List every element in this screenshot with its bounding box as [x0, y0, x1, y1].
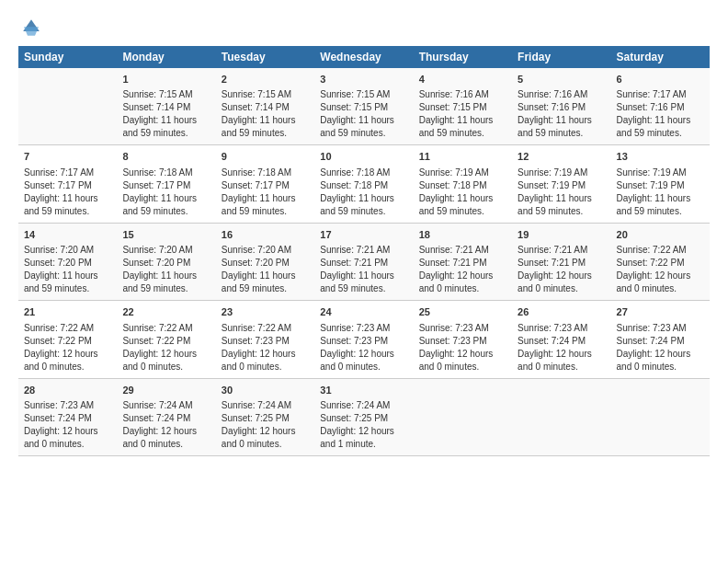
sunrise-text: Sunrise: 7:23 AM — [617, 323, 687, 333]
daylight-text: Daylight: 12 hours and 0 minutes. — [122, 426, 197, 449]
sunset-text: Sunset: 7:25 PM — [320, 413, 388, 423]
sunrise-text: Sunrise: 7:23 AM — [320, 323, 390, 333]
daylight-text: Daylight: 11 hours and 59 minutes. — [419, 115, 494, 138]
sunrise-text: Sunrise: 7:17 AM — [24, 167, 94, 178]
sunset-text: Sunset: 7:18 PM — [419, 180, 487, 190]
daylight-text: Daylight: 12 hours and 1 minute. — [320, 426, 394, 449]
daylight-text: Daylight: 11 hours and 59 minutes. — [122, 270, 197, 293]
day-number: 18 — [419, 228, 506, 242]
sunrise-text: Sunrise: 7:19 AM — [419, 167, 489, 178]
sunset-text: Sunset: 7:15 PM — [419, 102, 487, 112]
col-header-friday: Friday — [512, 46, 610, 68]
col-header-tuesday: Tuesday — [216, 46, 314, 68]
daylight-text: Daylight: 11 hours and 59 minutes. — [518, 115, 592, 138]
sunrise-text: Sunrise: 7:20 AM — [222, 245, 291, 255]
sunset-text: Sunset: 7:24 PM — [122, 413, 190, 423]
sunset-text: Sunset: 7:15 PM — [320, 102, 388, 112]
day-number: 13 — [617, 150, 704, 164]
sunrise-text: Sunrise: 7:19 AM — [617, 167, 687, 178]
sunrise-text: Sunrise: 7:22 AM — [617, 245, 687, 255]
day-number: 17 — [320, 228, 407, 242]
day-number: 31 — [320, 384, 407, 397]
day-cell: 11Sunrise: 7:19 AMSunset: 7:18 PMDayligh… — [414, 145, 512, 223]
daylight-text: Daylight: 11 hours and 59 minutes. — [320, 270, 394, 293]
day-number: 22 — [122, 305, 210, 319]
day-cell: 18Sunrise: 7:21 AMSunset: 7:21 PMDayligh… — [414, 223, 512, 300]
daylight-text: Daylight: 11 hours and 59 minutes. — [320, 115, 394, 138]
sunrise-text: Sunrise: 7:23 AM — [419, 323, 489, 333]
day-number: 26 — [518, 305, 605, 319]
daylight-text: Daylight: 12 hours and 0 minutes. — [518, 349, 592, 372]
day-cell: 14Sunrise: 7:20 AMSunset: 7:20 PMDayligh… — [18, 223, 117, 300]
sunset-text: Sunset: 7:18 PM — [320, 180, 388, 190]
sunrise-text: Sunrise: 7:22 AM — [222, 323, 291, 333]
sunset-text: Sunset: 7:17 PM — [122, 180, 190, 190]
day-cell: 10Sunrise: 7:18 AMSunset: 7:18 PMDayligh… — [314, 145, 413, 223]
sunset-text: Sunset: 7:19 PM — [518, 180, 586, 190]
header-row: SundayMondayTuesdayWednesdayThursdayFrid… — [18, 46, 710, 68]
day-cell: 31Sunrise: 7:24 AMSunset: 7:25 PMDayligh… — [314, 378, 413, 455]
daylight-text: Daylight: 12 hours and 0 minutes. — [518, 270, 592, 293]
day-number: 11 — [419, 150, 506, 164]
day-number: 5 — [518, 73, 605, 86]
daylight-text: Daylight: 12 hours and 0 minutes. — [24, 349, 98, 372]
sunrise-text: Sunrise: 7:20 AM — [122, 245, 192, 255]
sunset-text: Sunset: 7:25 PM — [222, 413, 290, 423]
week-row-2: 7Sunrise: 7:17 AMSunset: 7:17 PMDaylight… — [18, 145, 710, 223]
daylight-text: Daylight: 12 hours and 0 minutes. — [419, 270, 494, 293]
sunrise-text: Sunrise: 7:20 AM — [24, 245, 94, 255]
day-cell: 28Sunrise: 7:23 AMSunset: 7:24 PMDayligh… — [18, 378, 117, 455]
week-row-5: 28Sunrise: 7:23 AMSunset: 7:24 PMDayligh… — [18, 378, 710, 455]
day-cell: 21Sunrise: 7:22 AMSunset: 7:22 PMDayligh… — [18, 301, 117, 378]
sunset-text: Sunset: 7:22 PM — [617, 258, 685, 268]
day-cell: 19Sunrise: 7:21 AMSunset: 7:21 PMDayligh… — [512, 223, 610, 300]
daylight-text: Daylight: 12 hours and 0 minutes. — [24, 426, 98, 449]
week-row-3: 14Sunrise: 7:20 AMSunset: 7:20 PMDayligh… — [18, 223, 710, 300]
sunrise-text: Sunrise: 7:16 AM — [419, 89, 489, 99]
sunrise-text: Sunrise: 7:18 AM — [122, 167, 192, 178]
sunset-text: Sunset: 7:24 PM — [617, 336, 685, 346]
col-header-thursday: Thursday — [414, 46, 512, 68]
sunrise-text: Sunrise: 7:15 AM — [320, 89, 390, 99]
daylight-text: Daylight: 12 hours and 0 minutes. — [617, 349, 691, 372]
daylight-text: Daylight: 12 hours and 0 minutes. — [320, 349, 394, 372]
sunset-text: Sunset: 7:22 PM — [122, 336, 190, 346]
day-number: 27 — [617, 305, 704, 319]
day-cell: 8Sunrise: 7:18 AMSunset: 7:17 PMDaylight… — [117, 145, 215, 223]
daylight-text: Daylight: 11 hours and 59 minutes. — [419, 193, 494, 216]
day-cell: 30Sunrise: 7:24 AMSunset: 7:25 PMDayligh… — [216, 378, 314, 455]
day-number: 30 — [222, 384, 309, 397]
sunrise-text: Sunrise: 7:21 AM — [320, 245, 390, 255]
page: SundayMondayTuesdayWednesdayThursdayFrid… — [0, 0, 728, 465]
daylight-text: Daylight: 12 hours and 0 minutes. — [222, 349, 296, 372]
day-cell — [611, 378, 710, 455]
day-cell: 25Sunrise: 7:23 AMSunset: 7:23 PMDayligh… — [414, 301, 512, 378]
sunrise-text: Sunrise: 7:15 AM — [122, 89, 192, 99]
day-number: 29 — [122, 384, 210, 397]
daylight-text: Daylight: 12 hours and 0 minutes. — [617, 270, 691, 293]
sunrise-text: Sunrise: 7:17 AM — [617, 89, 687, 99]
sunset-text: Sunset: 7:20 PM — [122, 258, 190, 268]
day-number: 3 — [320, 73, 407, 86]
day-cell: 29Sunrise: 7:24 AMSunset: 7:24 PMDayligh… — [117, 378, 215, 455]
day-cell: 2Sunrise: 7:15 AMSunset: 7:14 PMDaylight… — [216, 68, 314, 145]
sunrise-text: Sunrise: 7:23 AM — [24, 400, 94, 410]
sunset-text: Sunset: 7:24 PM — [518, 336, 586, 346]
daylight-text: Daylight: 11 hours and 59 minutes. — [518, 193, 592, 216]
sunset-text: Sunset: 7:20 PM — [222, 258, 290, 268]
sunset-text: Sunset: 7:19 PM — [617, 180, 685, 190]
sunrise-text: Sunrise: 7:23 AM — [518, 323, 587, 333]
day-number: 8 — [122, 150, 210, 164]
sunrise-text: Sunrise: 7:16 AM — [518, 89, 587, 99]
sunrise-text: Sunrise: 7:24 AM — [222, 400, 291, 410]
daylight-text: Daylight: 11 hours and 59 minutes. — [617, 193, 691, 216]
day-number: 23 — [222, 305, 309, 319]
logo-icon — [20, 17, 42, 39]
sunset-text: Sunset: 7:20 PM — [24, 258, 92, 268]
sunrise-text: Sunrise: 7:18 AM — [222, 167, 291, 178]
day-cell — [414, 378, 512, 455]
day-cell: 16Sunrise: 7:20 AMSunset: 7:20 PMDayligh… — [216, 223, 314, 300]
day-number: 4 — [419, 73, 506, 86]
day-number: 6 — [617, 73, 704, 86]
day-number: 2 — [222, 73, 309, 86]
